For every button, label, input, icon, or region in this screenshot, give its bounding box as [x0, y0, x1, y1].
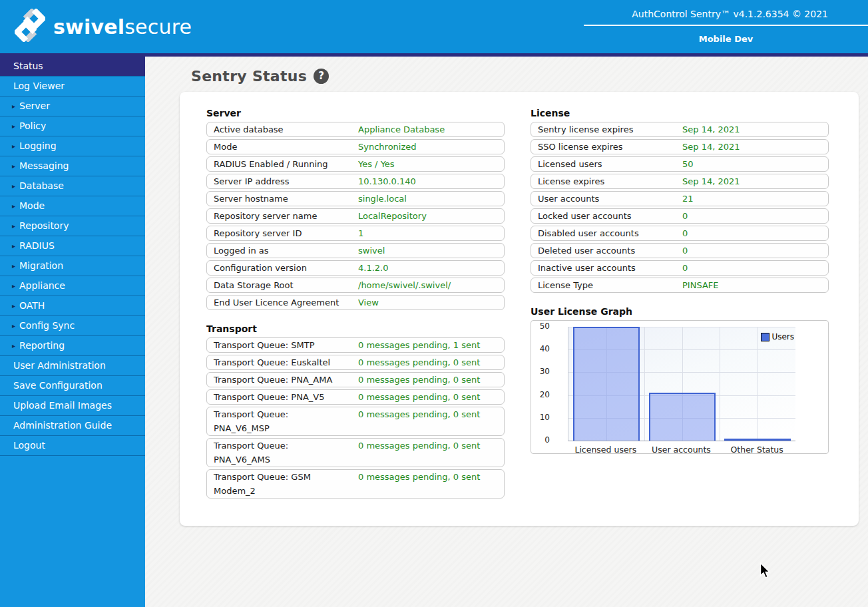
row-value: 0 messages pending, 1 sent [358, 338, 480, 352]
logo-word-secure: secure [124, 15, 192, 39]
expand-arrow-icon: ▸ [12, 302, 15, 309]
row-label: License expires [538, 174, 682, 188]
sidebar-item-status[interactable]: Status [0, 57, 145, 77]
expand-arrow-icon: ▸ [12, 102, 15, 110]
section-heading-license: License [531, 108, 829, 118]
deleted-user-accounts-link[interactable]: Deleted user accounts [538, 244, 682, 258]
sidebar-item-mode[interactable]: ▸Mode [0, 196, 145, 216]
row-value: 0 [682, 226, 688, 240]
row-value: swivel [358, 244, 385, 258]
row-value: 0 messages pending, 0 sent [358, 470, 480, 484]
sidebar-item-upload-email-images[interactable]: Upload Email Images [0, 396, 145, 416]
row-value: Sep 14, 2021 [682, 122, 740, 136]
sidebar-item-logout[interactable]: Logout [0, 436, 145, 456]
table-row: Data Storage Root/home/swivel/.swivel/ [206, 278, 505, 293]
sidebar-item-server[interactable]: ▸Server [0, 97, 145, 116]
row-label: End User Licence Agreement [214, 296, 358, 309]
gridline [644, 327, 645, 441]
sidebar-item-label: Appliance [19, 280, 65, 291]
sidebar-item-radius[interactable]: ▸RADIUS [0, 236, 145, 256]
row-value: 0 [682, 209, 688, 223]
sidebar-item-label: Repository [19, 220, 69, 231]
sidebar-item-user-administration[interactable]: User Administration [0, 356, 145, 376]
sidebar-item-policy[interactable]: ▸Policy [0, 116, 145, 136]
license-section: License Sentry license expiresSep 14, 20… [531, 108, 829, 293]
section-heading-user-license-graph: User License Graph [531, 306, 829, 317]
environment-label: Mobile Dev [584, 34, 868, 44]
sidebar-item-label: Config Sync [19, 320, 75, 331]
sidebar-item-database[interactable]: ▸Database [0, 176, 145, 196]
row-value: 0 messages pending, 0 sent [358, 373, 480, 387]
page: swivelsecure AuthControl Sentry™ v4.1.2.… [0, 0, 868, 607]
sidebar-item-repository[interactable]: ▸Repository [0, 216, 145, 236]
table-row: Transport Queue: GSMModem_20 messages pe… [206, 469, 505, 499]
expand-arrow-icon: ▸ [12, 222, 15, 230]
sidebar-item-label: Messaging [19, 160, 69, 171]
row-label: Transport Queue: PNA_V5 [214, 390, 358, 404]
sidebar-item-administration-guide[interactable]: Administration Guide [0, 416, 145, 436]
app-header: swivelsecure AuthControl Sentry™ v4.1.2.… [0, 0, 868, 53]
row-label: Server IP address [214, 174, 358, 188]
y-axis-tick-label: 0 [531, 435, 560, 445]
table-row: SSO license expiresSep 14, 2021 [531, 139, 829, 154]
page-title-block: Sentry Status ? [191, 68, 329, 85]
row-value: Appliance Database [358, 122, 445, 136]
row-label: Transport Queue: PNA_AMA [214, 373, 358, 387]
sidebar-item-messaging[interactable]: ▸Messaging [0, 156, 145, 176]
y-axis-tick-label: 50 [531, 321, 560, 331]
swivelsecure-logo[interactable]: swivelsecure [15, 9, 192, 45]
table-row: Disabled user accounts0 [531, 226, 829, 241]
disabled-user-accounts-link[interactable]: Disabled user accounts [538, 226, 682, 240]
row-label: Logged in as [214, 244, 358, 258]
header-divider [584, 25, 868, 26]
row-value: 0 [682, 261, 688, 275]
sidebar-item-label: Logging [19, 140, 57, 151]
x-axis-category-label: Other Status [710, 445, 803, 455]
sidebar-item-config-sync[interactable]: ▸Config Sync [0, 316, 145, 336]
locked-user-accounts-link[interactable]: Locked user accounts [538, 209, 682, 223]
row-value: 0 messages pending, 0 sent [358, 439, 480, 453]
row-value: LocalRepository [358, 209, 427, 223]
sidebar-item-appliance[interactable]: ▸Appliance [0, 276, 145, 296]
content-card: Server Active databaseAppliance Database… [180, 92, 859, 526]
transport-section: Transport Transport Queue: SMTP0 message… [206, 323, 505, 499]
help-icon[interactable]: ? [314, 69, 329, 84]
row-label: Mode [214, 140, 358, 154]
row-value: Yes / Yes [358, 157, 395, 171]
row-label: RADIUS Enabled / Running [214, 157, 358, 171]
user-license-graph-section: User License Graph Users 01020304050Lice… [531, 306, 829, 454]
row-value: 1 [358, 226, 363, 240]
sidebar-item-oath[interactable]: ▸OATH [0, 296, 145, 316]
bar-licensed-users [573, 327, 640, 441]
expand-arrow-icon: ▸ [12, 142, 15, 150]
sidebar-item-logging[interactable]: ▸Logging [0, 136, 145, 156]
sidebar-item-migration[interactable]: ▸Migration [0, 256, 145, 276]
section-heading-server: Server [206, 108, 505, 118]
row-label: SSO license expires [538, 140, 682, 154]
row-label: Server hostname [214, 192, 358, 206]
expand-arrow-icon: ▸ [12, 322, 15, 329]
sidebar-item-save-configuration[interactable]: Save Configuration [0, 376, 145, 396]
table-row: License expiresSep 14, 2021 [531, 174, 829, 189]
row-label: Transport Queue: SMTP [214, 338, 358, 352]
server-rows: Active databaseAppliance DatabaseModeSyn… [206, 122, 505, 310]
row-label: Repository server ID [214, 226, 358, 240]
end-user-licence-agreement-view-link[interactable]: View [358, 296, 379, 309]
row-label: License Type [538, 278, 682, 292]
row-label: Configuration version [214, 261, 358, 275]
row-label: Repository server name [214, 209, 358, 223]
sidebar-item-label: Server [19, 101, 50, 111]
row-label: Data Storage Root [214, 278, 358, 292]
sidebar-item-reporting[interactable]: ▸Reporting [0, 336, 145, 356]
sidebar-item-label: Reporting [19, 340, 65, 351]
table-row: Repository server nameLocalRepository [206, 208, 505, 224]
table-row: Deleted user accounts0 [531, 243, 829, 258]
table-row: Sentry license expiresSep 14, 2021 [531, 122, 829, 137]
header-right-block: AuthControl Sentry™ v4.1.2.6354 © 2021 M… [584, 0, 868, 44]
inactive-user-accounts-link[interactable]: Inactive user accounts [538, 261, 682, 275]
sidebar-item-label: Log Viewer [13, 81, 65, 91]
table-row: Configuration version4.1.2.0 [206, 260, 505, 276]
bar-other-status [724, 439, 791, 441]
sidebar-item-log-viewer[interactable]: Log Viewer [0, 77, 145, 97]
table-row: ModeSynchronized [206, 139, 505, 154]
